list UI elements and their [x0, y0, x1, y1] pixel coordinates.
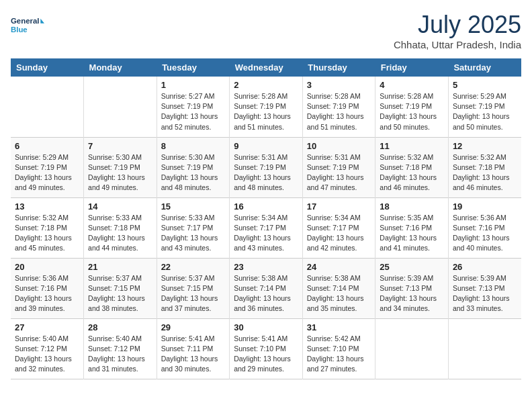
calendar-cell: 14Sunrise: 5:33 AMSunset: 7:18 PMDayligh… — [84, 197, 157, 258]
cell-info: Sunrise: 5:31 AMSunset: 7:19 PMDaylight:… — [234, 152, 298, 193]
cell-info: Sunrise: 5:33 AMSunset: 7:17 PMDaylight:… — [161, 213, 226, 254]
calendar-cell: 1Sunrise: 5:27 AMSunset: 7:19 PMDaylight… — [157, 77, 230, 137]
cell-info: Sunrise: 5:37 AMSunset: 7:15 PMDaylight:… — [88, 273, 152, 314]
cell-info: Sunrise: 5:29 AMSunset: 7:19 PMDaylight:… — [15, 152, 79, 193]
day-number: 11 — [380, 141, 444, 151]
calendar-cell: 21Sunrise: 5:37 AMSunset: 7:15 PMDayligh… — [84, 258, 157, 318]
calendar-cell: 4Sunrise: 5:28 AMSunset: 7:19 PMDaylight… — [375, 77, 449, 137]
cell-info: Sunrise: 5:36 AMSunset: 7:16 PMDaylight:… — [453, 213, 517, 254]
calendar-cell: 24Sunrise: 5:38 AMSunset: 7:14 PMDayligh… — [302, 258, 375, 318]
day-header-friday: Friday — [375, 58, 449, 77]
cell-info: Sunrise: 5:42 AMSunset: 7:10 PMDaylight:… — [307, 334, 371, 375]
cell-info: Sunrise: 5:41 AMSunset: 7:10 PMDaylight:… — [234, 334, 298, 375]
day-number: 29 — [161, 322, 226, 332]
week-row-1: 1Sunrise: 5:27 AMSunset: 7:19 PMDaylight… — [11, 77, 521, 137]
calendar-cell: 11Sunrise: 5:32 AMSunset: 7:18 PMDayligh… — [375, 137, 449, 197]
month-year: July 2025 — [394, 11, 521, 39]
day-number: 3 — [307, 80, 371, 90]
calendar-cell: 15Sunrise: 5:33 AMSunset: 7:17 PMDayligh… — [157, 197, 230, 258]
cell-info: Sunrise: 5:39 AMSunset: 7:13 PMDaylight:… — [453, 273, 517, 314]
calendar-cell: 31Sunrise: 5:42 AMSunset: 7:10 PMDayligh… — [302, 318, 375, 379]
calendar-cell: 26Sunrise: 5:39 AMSunset: 7:13 PMDayligh… — [448, 258, 521, 318]
cell-info: Sunrise: 5:37 AMSunset: 7:15 PMDaylight:… — [161, 273, 226, 314]
day-number: 15 — [161, 201, 226, 212]
day-header-tuesday: Tuesday — [157, 58, 230, 77]
day-number: 18 — [380, 201, 444, 212]
calendar-cell: 16Sunrise: 5:34 AMSunset: 7:17 PMDayligh… — [230, 197, 303, 258]
day-header-sunday: Sunday — [11, 58, 84, 77]
cell-info: Sunrise: 5:35 AMSunset: 7:16 PMDaylight:… — [380, 213, 444, 254]
day-number: 17 — [307, 201, 371, 212]
cell-info: Sunrise: 5:29 AMSunset: 7:19 PMDaylight:… — [453, 91, 517, 132]
cell-info: Sunrise: 5:32 AMSunset: 7:18 PMDaylight:… — [15, 213, 79, 254]
day-number: 19 — [453, 201, 517, 212]
calendar-cell: 25Sunrise: 5:39 AMSunset: 7:13 PMDayligh… — [375, 258, 449, 318]
day-number: 4 — [380, 80, 444, 90]
calendar-cell: 28Sunrise: 5:40 AMSunset: 7:12 PMDayligh… — [84, 318, 157, 379]
calendar-cell: 7Sunrise: 5:30 AMSunset: 7:19 PMDaylight… — [84, 137, 157, 197]
calendar-cell: 19Sunrise: 5:36 AMSunset: 7:16 PMDayligh… — [448, 197, 521, 258]
cell-info: Sunrise: 5:34 AMSunset: 7:17 PMDaylight:… — [307, 213, 371, 254]
cell-info: Sunrise: 5:27 AMSunset: 7:19 PMDaylight:… — [161, 91, 226, 132]
day-number: 1 — [161, 80, 226, 90]
svg-marker-2 — [40, 19, 44, 24]
location: Chhata, Uttar Pradesh, India — [394, 39, 521, 50]
calendar-cell: 27Sunrise: 5:40 AMSunset: 7:12 PMDayligh… — [11, 318, 84, 379]
day-header-wednesday: Wednesday — [230, 58, 303, 77]
day-number: 31 — [307, 322, 371, 332]
day-number: 24 — [307, 262, 371, 272]
week-row-3: 13Sunrise: 5:32 AMSunset: 7:18 PMDayligh… — [11, 197, 521, 258]
cell-info: Sunrise: 5:30 AMSunset: 7:19 PMDaylight:… — [88, 152, 152, 193]
calendar-header-row: SundayMondayTuesdayWednesdayThursdayFrid… — [11, 58, 521, 77]
cell-info: Sunrise: 5:32 AMSunset: 7:18 PMDaylight:… — [380, 152, 444, 193]
calendar-cell: 22Sunrise: 5:37 AMSunset: 7:15 PMDayligh… — [157, 258, 230, 318]
calendar-cell: 8Sunrise: 5:30 AMSunset: 7:19 PMDaylight… — [157, 137, 230, 197]
week-row-4: 20Sunrise: 5:36 AMSunset: 7:16 PMDayligh… — [11, 258, 521, 318]
day-number: 27 — [15, 322, 79, 332]
day-number: 23 — [234, 262, 298, 272]
cell-info: Sunrise: 5:31 AMSunset: 7:19 PMDaylight:… — [307, 152, 371, 193]
calendar-cell: 17Sunrise: 5:34 AMSunset: 7:17 PMDayligh… — [302, 197, 375, 258]
cell-info: Sunrise: 5:39 AMSunset: 7:13 PMDaylight:… — [380, 273, 444, 314]
logo: General Blue — [11, 11, 44, 39]
cell-info: Sunrise: 5:38 AMSunset: 7:14 PMDaylight:… — [234, 273, 298, 314]
day-number: 13 — [15, 201, 79, 212]
page-header: General Blue July 2025 Chhata, Uttar Pra… — [11, 11, 521, 50]
day-header-monday: Monday — [84, 58, 157, 77]
calendar-cell: 9Sunrise: 5:31 AMSunset: 7:19 PMDaylight… — [230, 137, 303, 197]
day-number: 22 — [161, 262, 226, 272]
calendar-body: 1Sunrise: 5:27 AMSunset: 7:19 PMDaylight… — [11, 77, 521, 379]
cell-info: Sunrise: 5:28 AMSunset: 7:19 PMDaylight:… — [307, 91, 371, 132]
calendar-cell: 30Sunrise: 5:41 AMSunset: 7:10 PMDayligh… — [230, 318, 303, 379]
day-number: 16 — [234, 201, 298, 212]
cell-info: Sunrise: 5:28 AMSunset: 7:19 PMDaylight:… — [234, 91, 298, 132]
cell-info: Sunrise: 5:40 AMSunset: 7:12 PMDaylight:… — [15, 334, 79, 375]
day-header-thursday: Thursday — [302, 58, 375, 77]
cell-info: Sunrise: 5:30 AMSunset: 7:19 PMDaylight:… — [161, 152, 226, 193]
day-header-saturday: Saturday — [448, 58, 521, 77]
day-number: 21 — [88, 262, 152, 272]
week-row-5: 27Sunrise: 5:40 AMSunset: 7:12 PMDayligh… — [11, 318, 521, 379]
cell-info: Sunrise: 5:40 AMSunset: 7:12 PMDaylight:… — [88, 334, 152, 375]
calendar-cell: 3Sunrise: 5:28 AMSunset: 7:19 PMDaylight… — [302, 77, 375, 137]
calendar-cell: 5Sunrise: 5:29 AMSunset: 7:19 PMDaylight… — [448, 77, 521, 137]
day-number: 28 — [88, 322, 152, 332]
calendar-cell: 29Sunrise: 5:41 AMSunset: 7:11 PMDayligh… — [157, 318, 230, 379]
day-number: 9 — [234, 141, 298, 151]
cell-info: Sunrise: 5:41 AMSunset: 7:11 PMDaylight:… — [161, 334, 226, 375]
cell-info: Sunrise: 5:38 AMSunset: 7:14 PMDaylight:… — [307, 273, 371, 314]
calendar-cell: 13Sunrise: 5:32 AMSunset: 7:18 PMDayligh… — [11, 197, 84, 258]
calendar-cell — [84, 77, 157, 137]
calendar-cell: 2Sunrise: 5:28 AMSunset: 7:19 PMDaylight… — [230, 77, 303, 137]
svg-text:General: General — [11, 17, 39, 25]
day-number: 20 — [15, 262, 79, 272]
calendar-cell: 18Sunrise: 5:35 AMSunset: 7:16 PMDayligh… — [375, 197, 449, 258]
calendar-cell — [11, 77, 84, 137]
cell-info: Sunrise: 5:32 AMSunset: 7:18 PMDaylight:… — [453, 152, 517, 193]
day-number: 25 — [380, 262, 444, 272]
day-number: 26 — [453, 262, 517, 272]
calendar-cell: 10Sunrise: 5:31 AMSunset: 7:19 PMDayligh… — [302, 137, 375, 197]
day-number: 5 — [453, 80, 517, 90]
calendar-cell: 12Sunrise: 5:32 AMSunset: 7:18 PMDayligh… — [448, 137, 521, 197]
cell-info: Sunrise: 5:28 AMSunset: 7:19 PMDaylight:… — [380, 91, 444, 132]
